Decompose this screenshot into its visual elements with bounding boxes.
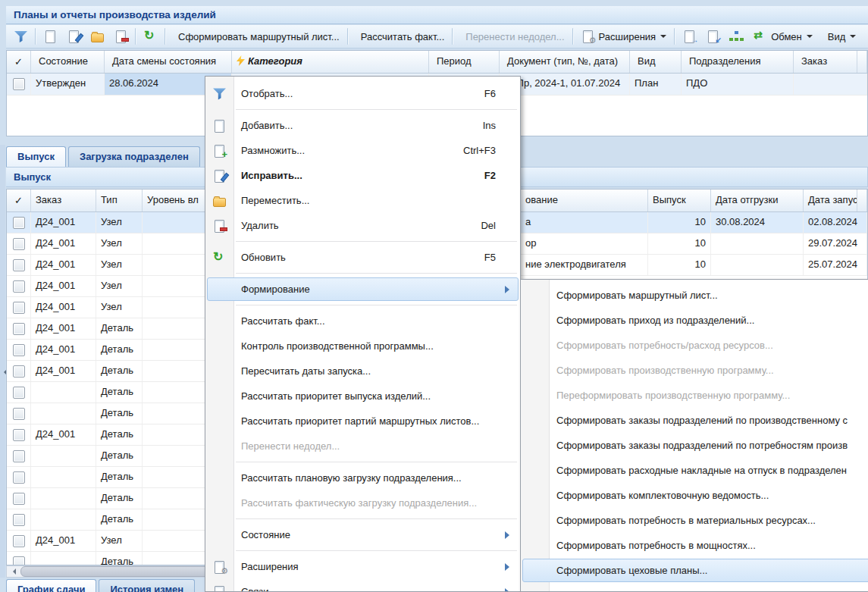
order-cell[interactable]: Д24_001 [31, 297, 96, 318]
order-cell[interactable] [31, 467, 96, 487]
context-menu-item[interactable]: Состояние [205, 522, 520, 547]
row-checkbox[interactable] [13, 493, 25, 505]
context-menu-item[interactable]: Рассчитать факт... [205, 309, 520, 334]
toolbar-button[interactable] [139, 27, 162, 45]
tab[interactable]: Выпуск [6, 146, 66, 167]
context-menu-item[interactable]: Размножить... Ctrl+F3 [205, 138, 520, 163]
context-menu-item[interactable]: Отобрать... F6 [205, 81, 520, 106]
column-header[interactable]: Заказ [794, 51, 857, 73]
type-cell[interactable]: Узел [96, 297, 143, 318]
toolbar-button[interactable]: Обмен [748, 27, 818, 45]
submenu-item[interactable]: Сформировать потребность в материальных … [521, 508, 868, 533]
tab[interactable]: История измен [99, 579, 195, 592]
context-menu-item[interactable] [205, 302, 520, 309]
row-checkbox[interactable] [13, 556, 25, 566]
name-cell[interactable]: ор [521, 233, 648, 254]
order-cell[interactable]: Д24_001 [31, 361, 96, 381]
column-header[interactable]: Дата запус [804, 190, 857, 211]
submenu-item[interactable]: Сформировать заказы подразделений по про… [521, 408, 868, 433]
context-menu-item[interactable] [205, 238, 520, 245]
row-checkbox[interactable] [13, 323, 25, 335]
order-cell[interactable] [31, 552, 96, 565]
type-cell[interactable]: Деталь [96, 424, 143, 445]
order-cell[interactable] [31, 403, 96, 424]
column-header[interactable]: Вид [630, 51, 682, 73]
toolbar-button[interactable] [701, 27, 725, 45]
column-header[interactable]: Документ (тип, №, дата) [500, 51, 630, 73]
order-cell[interactable]: Д24_001 [31, 233, 96, 254]
submenu-item[interactable]: Сформировать потребность/расход ресурсов… [521, 333, 868, 358]
column-header[interactable]: ование [521, 190, 648, 211]
type-cell[interactable]: Деталь [96, 340, 143, 360]
row-checkbox[interactable] [13, 365, 25, 377]
column-header[interactable]: Дата отгрузки [711, 190, 804, 211]
row-checkbox[interactable] [13, 471, 25, 484]
context-menu-item[interactable]: Формирование [205, 277, 520, 302]
order-cell[interactable]: Д24_001 [31, 424, 96, 445]
plan-cell[interactable]: План [630, 74, 682, 95]
row-checkbox[interactable] [13, 238, 25, 250]
column-header[interactable]: Состояние [31, 51, 105, 73]
ship-date-cell[interactable] [711, 255, 804, 275]
toolbar-button[interactable] [452, 28, 453, 45]
row-checkbox[interactable] [13, 408, 25, 420]
order-cell[interactable]: Д24_001 [31, 212, 96, 233]
ship-date-cell[interactable]: 30.08.2024 [711, 212, 804, 233]
context-menu-item[interactable]: Рассчитать приоритет выпуска изделий... [205, 384, 520, 409]
row-checkbox[interactable] [13, 514, 25, 526]
context-menu-item[interactable]: Переместить... [205, 188, 520, 213]
toolbar-button[interactable] [135, 28, 136, 45]
scrollbar-thumb[interactable] [20, 566, 227, 577]
context-menu-item[interactable]: Рассчитать приоритет партий маршрутных л… [205, 409, 520, 434]
column-header[interactable]: Период [429, 51, 500, 73]
type-cell[interactable]: Деталь [96, 509, 143, 530]
context-menu-item[interactable] [205, 515, 520, 522]
row-checkbox[interactable] [13, 535, 25, 547]
order-cell[interactable]: Д24_001 [31, 318, 96, 339]
context-menu-item[interactable]: Пересчитать даты запуска... [205, 359, 520, 384]
row-checkbox[interactable] [13, 450, 25, 462]
type-cell[interactable]: Деталь [96, 382, 143, 402]
output-row-right[interactable]: ние электродвигателя 10 25.07.2024 [521, 255, 867, 276]
context-menu-item[interactable]: Связи [205, 579, 520, 592]
start-date-cell[interactable]: 25.07.2024 [804, 255, 867, 275]
tab[interactable]: Загрузка подразделен [68, 146, 200, 167]
context-menu-item[interactable]: Контроль производственной программы... [205, 334, 520, 359]
context-menu-item[interactable]: Перенести недодел... [205, 434, 520, 459]
context-menu-item[interactable]: Исправить... F2 [205, 163, 520, 188]
order-cell[interactable]: Д24_001 [31, 340, 96, 360]
output-qty-cell[interactable]: 10 [648, 233, 711, 254]
tab[interactable]: График сдачи [6, 579, 96, 592]
name-cell[interactable]: а [521, 212, 648, 233]
column-header[interactable]: Дата смены состояния [105, 51, 232, 73]
column-header[interactable]: Выпуск [648, 190, 711, 211]
output-qty-cell[interactable]: 10 [648, 212, 711, 233]
column-header[interactable]: Категория [232, 51, 429, 73]
submenu-item[interactable]: Сформировать маршрутный лист... [521, 283, 868, 308]
column-header[interactable]: Тип [96, 190, 143, 211]
name-cell[interactable]: ние электродвигателя [521, 255, 648, 275]
output-row-right[interactable]: а 10 30.08.2024 02.08.2024 [521, 212, 867, 233]
type-cell[interactable]: Деталь [96, 488, 143, 509]
start-date-cell[interactable]: 29.07.2024 [804, 233, 867, 254]
context-menu-item[interactable] [205, 270, 520, 277]
row-checkbox[interactable] [13, 78, 25, 90]
row-checkbox[interactable] [13, 217, 25, 229]
toolbar-button[interactable]: Перенести недодел... [456, 27, 569, 45]
output-row-right[interactable]: ор 10 29.07.2024 [521, 233, 867, 255]
row-checkbox[interactable] [13, 344, 25, 356]
toolbar-button[interactable] [725, 27, 748, 45]
row-checkbox[interactable] [13, 387, 25, 399]
context-menu-item[interactable]: Удалить Del [205, 213, 520, 238]
toolbar-button[interactable] [86, 27, 109, 45]
order-cell[interactable] [31, 509, 96, 530]
context-menu-item[interactable]: Обновить F5 [205, 245, 520, 270]
context-menu-item[interactable]: Рассчитать плановую загрузку подразделен… [205, 465, 520, 490]
column-header[interactable]: Подразделения [682, 51, 794, 73]
order-cell[interactable] [31, 382, 96, 402]
type-cell[interactable]: Узел [96, 531, 143, 551]
plan-cell[interactable]: ПДО [682, 74, 794, 95]
context-menu-item[interactable]: Расширения [205, 554, 520, 579]
context-menu-item[interactable] [205, 106, 520, 113]
toolbar-button[interactable] [347, 28, 349, 45]
